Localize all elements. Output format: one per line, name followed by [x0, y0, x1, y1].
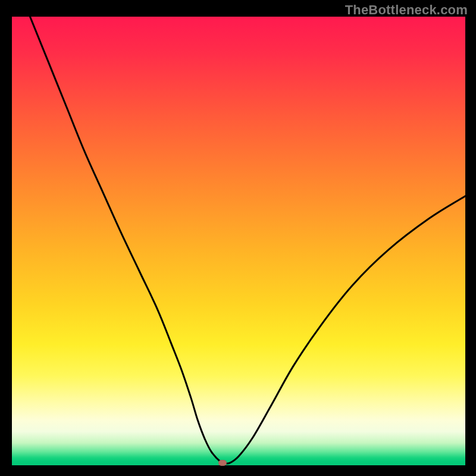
bottleneck-curve [12, 17, 465, 465]
chart-frame: TheBottleneck.com [0, 0, 476, 476]
watermark-text: TheBottleneck.com [345, 2, 468, 18]
optimal-point-marker [218, 460, 227, 466]
gradient-plot-area [12, 17, 465, 465]
